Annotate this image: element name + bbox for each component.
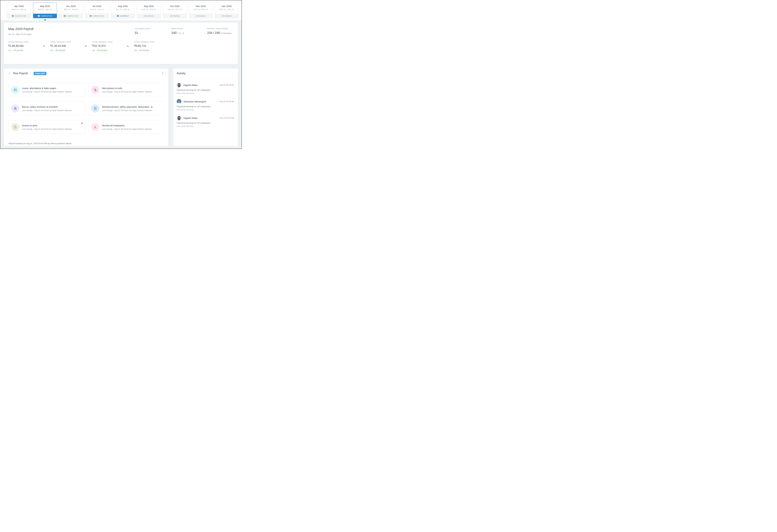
selected-tab-caret — [44, 19, 46, 20]
calendar-days-label: CALENDAR DAYS — [135, 28, 168, 29]
month-tab-dec-2020[interactable]: Dec 2020 NOV 26 - DEC 25 UPCOMING — [215, 3, 238, 18]
reimbursement-adhoc-deductions-card[interactable]: Reimbursement, adhoc payments, deduction… — [88, 101, 164, 115]
payroll-processed-value: 234 / 240 — [207, 31, 220, 35]
gift-icon — [11, 104, 19, 112]
employees-stat: EMPLOYEES 240 +12 -4 — [168, 28, 204, 35]
activity-user-name[interactable]: Higashi Mako — [183, 117, 198, 119]
month-tab-oct-2020[interactable]: Oct 2020 SEP 26 - OCT 25 UPCOMING — [163, 3, 187, 18]
payroll-summary-panel: May 2020 Payroll Apr 26 - May 25 (31 day… — [4, 22, 238, 64]
tab-month-label: Jun 2020 — [59, 5, 83, 7]
page-title: May 2020 Payroll — [8, 27, 33, 31]
calendar-days-value: 31 — [135, 31, 138, 35]
activity-user-name[interactable]: Sebastian Westergren — [183, 100, 206, 103]
summary-stats: CALENDAR DAYS 31 EMPLOYEES 240 +12 -4 PA… — [135, 28, 234, 35]
activity-timestamp: Aug 31 04:28 pm — [219, 100, 234, 103]
payroll-processed-suffix: Employees — [221, 32, 231, 34]
new-joinees-exits-card[interactable]: New joinees & exits Last change - Aug 31… — [88, 83, 164, 97]
run-payroll-steps: Leave, attendance & daily wages Last cha… — [4, 79, 168, 138]
tab-status-label: COMPLETED — [15, 15, 26, 17]
plus-operator: + — [127, 41, 134, 51]
cost-value: ₹10,74,373 — [92, 44, 127, 47]
cost-delta-value: + ₹2,43,615 — [54, 49, 65, 51]
bonus-revisions-overtime-card[interactable]: Bonus, salary revisions & overtime Last … — [8, 101, 85, 115]
tab-date-range: APR 26 - MAY 25 — [33, 9, 57, 10]
activity-entry: Sebastian Westergren Aug 31 04:28 pm Pay… — [177, 99, 234, 111]
plus-operator: + — [85, 41, 92, 51]
equals-operator: = — [43, 41, 50, 51]
tab-status: COMPLETED — [33, 14, 57, 18]
card-title: New joinees & exits — [102, 87, 122, 90]
completed-check-icon — [12, 15, 14, 17]
more-options-button[interactable] — [162, 72, 163, 76]
tab-status: UPCOMING — [215, 14, 238, 18]
review-all-employees-card[interactable]: Review all employees Last change - Aug 3… — [88, 120, 164, 134]
tab-status: COMPLETED — [7, 14, 31, 18]
month-tab-jun-2020[interactable]: Jun 2020 MAY 26 - JUN 25 COMPLETED — [59, 3, 83, 18]
cost-value: ₹1,46,44,508 — [50, 44, 85, 47]
calculator-icon — [11, 123, 19, 131]
activity-action-tag: PREVIEW PAYROLL — [177, 125, 234, 127]
month-tab-jul-2020[interactable]: Jul 2020 JUN 26 - JUL 25 COMPLETED — [85, 3, 109, 18]
employees-added: +12 — [178, 32, 181, 34]
total-payroll-cost: TOTAL PAYROLL COST ₹1,66,90,591 Jul+ ₹2,… — [8, 41, 43, 51]
card-title: Bonus, salary revisions & overtime — [22, 106, 58, 108]
completed-check-icon — [38, 15, 40, 17]
cost-value: ₹9,60,710 — [134, 44, 169, 47]
month-tab-aug-2020[interactable]: Aug 2020 JUL 26 - AUG 25 CURRENT — [111, 3, 135, 18]
tab-status: COMPLETED — [85, 14, 109, 18]
month-tab-sep-2020[interactable]: Sep 2020 AUG 26 - SEP 25 UPCOMING — [137, 3, 161, 18]
tab-status: CURRENT — [111, 14, 135, 18]
payroll-dashboard: Apr 2020 MAR 26 - APR 25 COMPLETED May 2… — [0, 0, 242, 149]
activity-title: Activity — [173, 69, 238, 78]
tab-month-label: Nov 2020 — [189, 5, 212, 7]
activity-user-name[interactable]: Higashi Mako — [183, 84, 198, 86]
user-check-icon — [91, 123, 99, 131]
tab-status: UPCOMING — [163, 14, 187, 18]
cost-delta-value: + ₹2,43,615 — [12, 49, 23, 51]
tab-month-label: Jul 2020 — [85, 5, 109, 7]
tab-month-label: Oct 2020 — [163, 5, 187, 7]
tab-date-range: MAY 26 - JUN 25 — [59, 9, 83, 10]
payroll-cost-equation: TOTAL PAYROLL COST ₹1,66,90,591 Jul+ ₹2,… — [4, 41, 238, 51]
completed-check-icon — [64, 15, 66, 17]
user-plus-icon — [91, 86, 99, 94]
tab-status-label: COMPLETED — [41, 15, 52, 17]
employees-label: EMPLOYEES — [172, 28, 204, 29]
employees-value: 240 — [172, 31, 177, 35]
lock-icon — [81, 122, 83, 125]
card-last-change: Last change - Aug 31 04:28 pm by Vijay P… — [102, 109, 153, 112]
tab-status: COMPLETED — [59, 14, 83, 18]
tab-status-label: UPCOMING — [222, 15, 232, 17]
run-payroll-panel: Run Payroll FINALIZED Leave, attendance … — [4, 68, 169, 146]
activity-entry: Higashi Mako Aug 31 04:28 pm Payroll pro… — [177, 116, 234, 127]
avatar — [177, 116, 181, 120]
card-last-change: Last change - Aug 31 04:28 pm by Vijay P… — [102, 128, 153, 130]
month-tab-may-2020-selected[interactable]: May 2020 APR 26 - MAY 25 COMPLETED — [33, 3, 57, 18]
collapse-chevron-icon[interactable] — [9, 73, 11, 75]
tab-month-label: Aug 2020 — [111, 5, 135, 7]
card-last-change: Last change - Aug 31 04:28 pm by Vijay P… — [22, 128, 73, 130]
month-tab-apr-2020[interactable]: Apr 2020 MAR 26 - APR 25 COMPLETED — [7, 3, 31, 18]
arrears-dues-card[interactable]: Arrears & dues Last change - Aug 31 04:2… — [8, 120, 85, 134]
gross-cost: TOTAL PAYROLL COST ₹1,46,44,508 Jul+ ₹2,… — [50, 41, 85, 51]
card-title: Review all employees — [102, 124, 124, 127]
tab-status-label: CURRENT — [120, 15, 129, 17]
summary-title-block: May 2020 Payroll Apr 26 - May 25 (31 day… — [8, 27, 33, 35]
cost-label: TOTAL PAYROLL COST — [50, 41, 85, 43]
run-payroll-title: Run Payroll — [13, 72, 28, 75]
tab-status-label: UPCOMING — [196, 15, 206, 17]
cost-value: ₹1,66,90,591 — [8, 44, 43, 47]
payroll-finalized-note: Payroll finalized on Aug 31, 2020 04:34 … — [4, 142, 168, 145]
leave-attendance-card[interactable]: Leave, attendance & daily wages Last cha… — [8, 83, 85, 97]
activity-panel: Activity Higashi Mako Aug 31 04:28 pm Pa… — [173, 68, 238, 146]
employees-exited: -4 — [182, 32, 184, 34]
receipt-icon — [91, 104, 99, 112]
finalized-badge: FINALIZED — [33, 72, 46, 75]
cost-delta-month: Jul — [92, 49, 95, 51]
cost-delta-month: Jul — [134, 49, 137, 51]
month-tab-nov-2020[interactable]: Nov 2020 OCT 26 - NOV 25 UPCOMING — [189, 3, 213, 18]
card-title: Reimbursement, adhoc payments, deduction… — [102, 106, 149, 108]
cost-label: TOTAL PAYROLL COST — [8, 41, 43, 43]
card-title: Leave, attendance & daily wages — [22, 87, 56, 90]
card-last-change: Last change - Aug 31 04:28 pm by Vijay P… — [102, 91, 153, 93]
